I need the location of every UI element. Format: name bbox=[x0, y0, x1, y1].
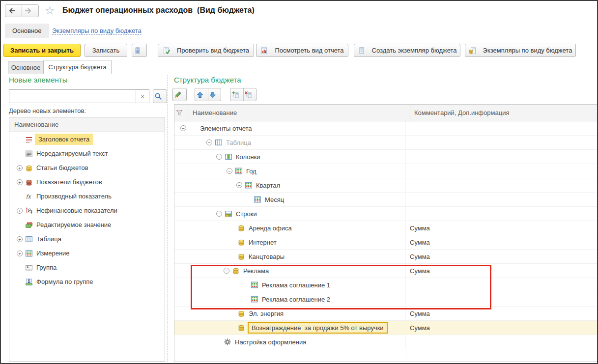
check-budget-button[interactable]: Проверить вид бюджета bbox=[158, 44, 254, 57]
comment-cell bbox=[405, 335, 597, 349]
search-button[interactable] bbox=[153, 89, 167, 103]
structure-row[interactable]: −Таблица bbox=[174, 136, 597, 150]
row-label: Реклама bbox=[243, 267, 269, 275]
structure-row[interactable]: −Строки bbox=[174, 207, 597, 221]
name-column-header[interactable]: Наименование bbox=[188, 105, 410, 121]
delete-row-button[interactable] bbox=[243, 88, 256, 101]
structure-row[interactable]: −Элементы отчета bbox=[174, 121, 597, 136]
save-button[interactable]: Записать bbox=[85, 44, 127, 57]
structure-row[interactable]: Месяц bbox=[174, 193, 597, 207]
arrow-down-icon bbox=[209, 91, 217, 99]
structure-row[interactable]: −Год bbox=[174, 164, 597, 178]
favorite-star-icon[interactable]: ☆ bbox=[45, 4, 55, 17]
new-element-item[interactable]: Нередактируемый текст bbox=[9, 146, 165, 161]
expander-plus-icon[interactable]: + bbox=[17, 236, 23, 242]
table-icon bbox=[25, 235, 33, 243]
structure-row[interactable]: Настройка оформления bbox=[174, 335, 597, 349]
clear-icon[interactable]: × bbox=[136, 90, 149, 103]
expander-minus-icon[interactable]: − bbox=[180, 125, 186, 131]
dimension-grid-icon bbox=[251, 281, 258, 289]
view-report-button[interactable]: Посмотреть вид отчета bbox=[256, 44, 348, 57]
back-button[interactable] bbox=[5, 4, 22, 17]
tab-main[interactable]: Основное bbox=[8, 61, 44, 74]
new-element-item[interactable]: Заголовок отчета bbox=[9, 132, 165, 146]
expander-minus-icon[interactable]: − bbox=[227, 168, 232, 174]
new-element-item[interactable]: Группа bbox=[9, 260, 165, 275]
comment-cell bbox=[405, 178, 597, 192]
group-plus-icon bbox=[25, 264, 33, 272]
comment-cell: Сумма bbox=[405, 235, 597, 249]
comment-cell bbox=[405, 278, 597, 292]
forward-button[interactable] bbox=[22, 4, 39, 17]
add-row-button[interactable] bbox=[230, 88, 243, 101]
new-element-item[interactable]: +Измерение bbox=[9, 246, 165, 260]
filter-column-header[interactable] bbox=[174, 105, 188, 121]
budget-structure-title: Структура бюджета bbox=[174, 76, 241, 84]
move-down-button[interactable] bbox=[208, 88, 221, 101]
comment-cell bbox=[405, 136, 597, 149]
expander-plus-icon[interactable]: + bbox=[17, 251, 23, 256]
expander-plus-icon[interactable]: + bbox=[17, 165, 23, 171]
expander-plus-icon[interactable]: + bbox=[17, 179, 23, 185]
item-label: Группа bbox=[36, 264, 57, 271]
comment-cell: Сумма bbox=[405, 221, 597, 235]
expander-minus-icon[interactable]: − bbox=[206, 140, 212, 145]
new-element-item[interactable]: fxПроизводный показатель bbox=[9, 189, 165, 203]
nav-link-instances[interactable]: Экземпляры по виду бюджета bbox=[52, 27, 142, 35]
new-element-item[interactable]: +123Нефинансовые показатели bbox=[9, 203, 165, 218]
new-element-item[interactable]: ΣФормула по группе bbox=[9, 275, 165, 289]
structure-row[interactable]: Реклама соглашение 1 bbox=[174, 278, 597, 292]
expander-minus-icon[interactable]: − bbox=[216, 154, 222, 160]
item-label: Заголовок отчета bbox=[35, 134, 93, 145]
structure-row[interactable]: −Квартал bbox=[174, 178, 597, 193]
row-label: Интернет bbox=[249, 239, 277, 246]
fx-icon: fx bbox=[25, 193, 33, 200]
gear-icon bbox=[224, 338, 231, 346]
comment-column-header[interactable]: Комментарий, Доп.информация bbox=[410, 105, 597, 121]
new-element-item[interactable]: +Показатели бюджетов bbox=[9, 175, 165, 189]
more-actions-button[interactable] bbox=[132, 44, 147, 57]
comment-cell bbox=[405, 150, 597, 164]
nav-tab-main[interactable]: Основное bbox=[5, 24, 49, 38]
row-label: Аренда офиса bbox=[249, 224, 292, 232]
move-up-button[interactable] bbox=[195, 88, 208, 101]
expander-minus-icon[interactable]: − bbox=[236, 182, 242, 188]
editable-value-icon bbox=[25, 221, 33, 229]
structure-row[interactable]: Аренда офисаСумма bbox=[174, 221, 597, 235]
tab-budget-structure[interactable]: Структура бюджета bbox=[43, 60, 112, 74]
structure-row[interactable]: Вознаграждение за продажи 5% от выручкиС… bbox=[174, 321, 597, 335]
instances-button[interactable]: Экземпляры по виду бюджета bbox=[465, 44, 576, 57]
forward-arrow-icon bbox=[25, 7, 32, 15]
item-label: Статьи бюджетов bbox=[36, 164, 88, 171]
search-icon bbox=[154, 92, 162, 100]
new-element-item[interactable]: +Таблица bbox=[9, 232, 165, 246]
dimension-grid-icon bbox=[245, 181, 253, 189]
edit-button[interactable] bbox=[172, 88, 187, 101]
expander-minus-icon[interactable]: − bbox=[216, 211, 222, 217]
save-and-close-button[interactable]: Записать и закрыть bbox=[3, 44, 81, 57]
new-element-item[interactable]: Редактируемое значение bbox=[9, 218, 165, 232]
create-instance-button[interactable]: Создать экземпляр бюджета bbox=[354, 44, 460, 57]
structure-row[interactable]: Реклама соглашение 2 bbox=[174, 292, 597, 307]
funnel-icon bbox=[175, 109, 183, 117]
panel-splitter[interactable] bbox=[168, 75, 168, 362]
structure-row[interactable]: ИнтернетСумма bbox=[174, 235, 597, 250]
back-arrow-icon bbox=[8, 7, 16, 15]
table-header-row: Наименование Комментарий, Доп.информация bbox=[174, 105, 597, 121]
table-rows-coins-icon bbox=[225, 210, 232, 218]
comment-cell bbox=[405, 121, 597, 135]
expander-plus-icon[interactable]: + bbox=[17, 208, 23, 214]
structure-row[interactable]: КанцтоварыСумма bbox=[174, 250, 597, 264]
new-elements-tree: Наименование Заголовок отчетаНередактиру… bbox=[9, 117, 165, 362]
expander-minus-icon[interactable]: − bbox=[224, 268, 229, 274]
structure-row[interactable]: Эл. энергияСумма bbox=[174, 307, 597, 321]
search-input[interactable] bbox=[9, 90, 136, 103]
coins-gold-icon bbox=[237, 224, 245, 232]
coins-red-icon bbox=[25, 178, 33, 186]
structure-row[interactable]: −РекламаСумма bbox=[174, 264, 597, 278]
item-label: Показатели бюджетов bbox=[36, 178, 102, 186]
structure-row[interactable]: −Колонки bbox=[174, 150, 597, 164]
new-element-item[interactable]: +Статьи бюджетов bbox=[9, 161, 165, 175]
item-label: Таблица bbox=[36, 235, 61, 243]
coins-gold-icon bbox=[237, 238, 245, 246]
